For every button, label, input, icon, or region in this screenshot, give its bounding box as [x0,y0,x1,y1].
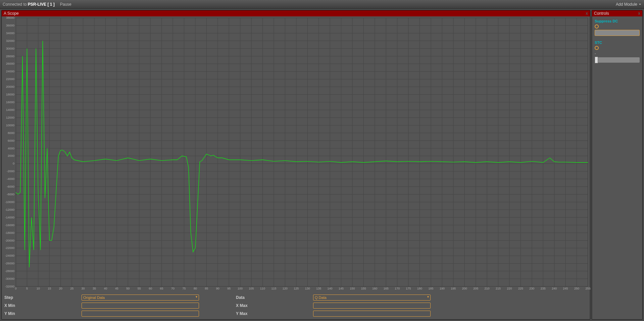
step-select-wrap: Original Data [82,295,199,301]
xmax-label: X Max [236,303,313,308]
ymin-input[interactable] [82,311,199,317]
data-select[interactable]: Q Data [313,295,431,301]
y-axis-ticks: 3800036000340003200030000280002600024000… [2,18,15,286]
add-module-label: Add Module [616,2,637,7]
controls-panel: Controls x Suppress DC STC - [592,10,643,320]
suppress-dc-input[interactable] [595,30,640,36]
stc-slider-handle[interactable] [595,57,598,63]
xmax-input[interactable] [313,303,431,309]
xmin-input[interactable] [82,303,199,309]
controls-titlebar: Controls x [592,10,642,16]
controls-title: Controls [594,11,609,16]
scope-form: Step Original Data Data Q Data X Min X M… [2,293,590,319]
a-scope-panel: A Scope x 380003600034000320003000028000… [1,10,590,320]
suppress-dc-label: Suppress DC [595,19,640,23]
connection-prefix: Connected to [3,2,28,7]
connection-status: Connected to PSR-LIVE [ 1 ] [3,2,55,7]
svg-rect-0 [16,18,588,286]
chevron-down-icon [639,3,641,6]
pause-button[interactable]: Pause [60,2,71,7]
ymin-label: Y Min [4,311,82,316]
step-select[interactable]: Original Data [82,295,199,301]
ymax-label: Y Max [236,311,313,316]
close-icon[interactable]: x [586,11,588,16]
stc-label: STC [595,41,640,45]
data-select-wrap: Q Data [313,295,431,301]
x-axis-ticks: 0510152025303540455055606570758085909510… [16,286,588,291]
plot-area[interactable]: 3800036000340003200030000280002600024000… [16,18,588,286]
close-icon[interactable]: x [638,11,640,16]
suppress-dc-radio[interactable] [595,24,599,28]
a-scope-titlebar: A Scope x [2,10,590,16]
xmin-label: X Min [4,303,82,308]
main: A Scope x 380003600034000320003000028000… [0,9,644,321]
step-label: Step [4,295,82,300]
controls-body: Suppress DC STC - [592,16,642,65]
data-label: Data [236,295,313,300]
scope-body: 3800036000340003200030000280002600024000… [2,16,590,293]
a-scope-title: A Scope [4,11,19,16]
topbar: Connected to PSR-LIVE [ 1 ] Pause Add Mo… [0,0,644,9]
stc-radio[interactable] [595,46,599,50]
connection-target: PSR-LIVE [ 1 ] [28,2,55,7]
ymax-input[interactable] [313,311,431,317]
stc-value: - [595,51,640,55]
plot-svg [16,18,588,286]
stc-slider[interactable] [595,57,640,63]
add-module-button[interactable]: Add Module [616,2,641,7]
